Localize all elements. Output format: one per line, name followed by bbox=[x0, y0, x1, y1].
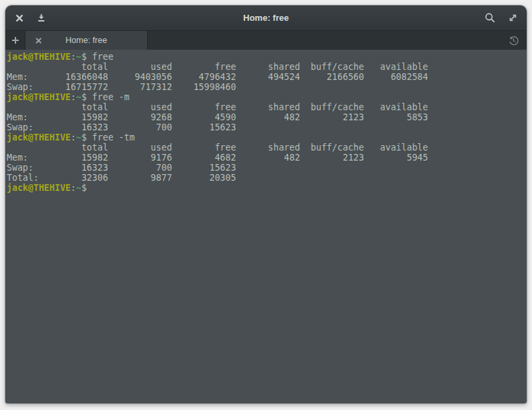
history-icon bbox=[508, 35, 519, 46]
close-icon bbox=[35, 37, 42, 44]
titlebar: Home: free bbox=[5, 5, 527, 31]
download-icon bbox=[36, 13, 46, 23]
titlebar-left-controls bbox=[9, 8, 51, 28]
terminal-line: jack@THEHIVE:~$ free -m bbox=[7, 92, 527, 102]
fullscreen-button[interactable] bbox=[502, 8, 523, 28]
terminal-line: total used free shared buff/cache availa… bbox=[7, 102, 527, 112]
search-button[interactable] bbox=[480, 8, 500, 28]
plus-icon bbox=[11, 36, 20, 45]
terminal-line: Total: 32306 9877 20305 bbox=[7, 173, 527, 183]
new-tab-button[interactable] bbox=[5, 31, 25, 50]
download-output-button[interactable] bbox=[31, 8, 51, 28]
expand-icon bbox=[508, 13, 518, 23]
close-window-button[interactable] bbox=[9, 8, 30, 28]
tab-close-button[interactable] bbox=[32, 34, 44, 46]
terminal-line: total used free shared buff/cache availa… bbox=[7, 62, 527, 72]
tab-home-free[interactable]: Home: free bbox=[25, 31, 148, 50]
titlebar-right-controls bbox=[480, 8, 523, 28]
terminal-line: Mem: 15982 9176 4682 482 2123 5945 bbox=[7, 153, 527, 163]
close-icon bbox=[15, 13, 24, 23]
terminal-line: jack@THEHIVE:~$ bbox=[7, 183, 527, 193]
window-title: Home: free bbox=[59, 5, 473, 30]
terminal-output[interactable]: jack@THEHIVE:~$ free total used free sha… bbox=[5, 50, 527, 403]
terminal-line: Swap: 16715772 717312 15998460 bbox=[7, 82, 527, 92]
terminal-window: Home: free bbox=[5, 5, 527, 403]
terminal-line: Swap: 16323 700 15623 bbox=[7, 122, 527, 132]
tabbar: Home: free bbox=[5, 31, 527, 50]
terminal-line: Mem: 15982 9268 4590 482 2123 5853 bbox=[7, 112, 527, 122]
terminal-line: Swap: 16323 700 15623 bbox=[7, 163, 527, 173]
history-button[interactable] bbox=[500, 31, 527, 50]
terminal-line: jack@THEHIVE:~$ free bbox=[7, 52, 527, 62]
terminal-line: total used free shared buff/cache availa… bbox=[7, 142, 527, 153]
terminal-line: Mem: 16366048 9403056 4796432 494524 216… bbox=[7, 72, 527, 82]
terminal-line: jack@THEHIVE:~$ free -tm bbox=[7, 132, 527, 142]
search-icon bbox=[484, 12, 496, 24]
